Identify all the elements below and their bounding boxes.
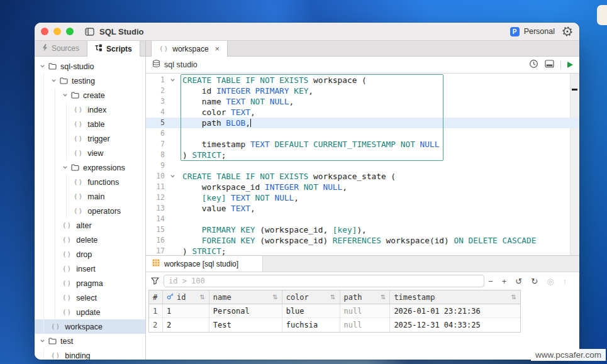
close-tab-icon[interactable]: × (215, 44, 220, 53)
fold-chevron-icon[interactable] (170, 171, 182, 182)
history-clock-icon[interactable] (529, 59, 538, 70)
tree-item-view[interactable]: ()view (35, 146, 145, 160)
zoom-window-button[interactable] (66, 28, 74, 35)
tree-item-delete[interactable]: ()delete (35, 233, 145, 247)
profile-badge[interactable]: P (510, 27, 520, 36)
sort-icon[interactable]: ⇅ (511, 294, 516, 301)
remove-row-button[interactable]: − (488, 277, 493, 285)
chevron-down-icon[interactable] (51, 78, 60, 84)
chevron-down-icon[interactable] (62, 92, 71, 98)
code-line-10[interactable]: 10CREATE TABLE IF NOT EXISTS workspace_s… (146, 171, 579, 182)
indent-guide (43, 276, 44, 290)
tree-item-testing[interactable]: testing (35, 74, 145, 88)
chevron-down-icon[interactable] (62, 165, 71, 170)
tree-item-table[interactable]: ()table (35, 117, 145, 131)
code-line-9[interactable]: 9 (146, 160, 579, 171)
results-tab[interactable]: workspace [sql studio] (146, 256, 263, 272)
eye-button[interactable]: ◎ (547, 277, 554, 285)
tree-item-main[interactable]: ()main (35, 189, 145, 204)
chevron-down-icon[interactable] (40, 338, 48, 344)
tree-item-select[interactable]: ()select (35, 290, 145, 305)
table-row[interactable]: 22Testfuchsianull2025-12-31 04:33:25 (149, 318, 520, 332)
sort-icon[interactable]: ⇅ (381, 294, 386, 301)
cell-timestamp[interactable]: 2026-01-01 23:21:36 (390, 304, 520, 317)
cell-name[interactable]: Test (209, 318, 282, 332)
minimize-window-button[interactable] (53, 28, 61, 35)
undo-button[interactable]: ↺ (515, 277, 522, 285)
cell-name[interactable]: Personal (209, 304, 282, 317)
gear-icon[interactable] (562, 26, 573, 37)
tree-item-test[interactable]: test (35, 334, 145, 348)
column-header-path[interactable]: path⇅ (340, 290, 391, 304)
tree-item-drop[interactable]: ()drop (35, 247, 145, 262)
code-line-5[interactable]: 5 path BLOB, (146, 118, 579, 128)
sidebar-toggle-icon[interactable] (85, 28, 94, 36)
cell-color[interactable]: blue (282, 304, 340, 317)
tree-item-alter[interactable]: ()alter (35, 218, 145, 233)
line-number: 2 (146, 85, 170, 96)
code-line-12[interactable]: 12 [key] TEXT NOT NULL, (146, 192, 579, 203)
column-header-timestamp[interactable]: timestamp⇅ (390, 290, 520, 304)
tree-item-sql-studio[interactable]: sql-studio (35, 59, 145, 74)
sort-icon[interactable]: ⇅ (199, 294, 204, 301)
tree-item-functions[interactable]: ()functions (35, 175, 145, 189)
parens-icon: () (74, 106, 83, 114)
connection-label[interactable]: sql studio (164, 60, 198, 69)
tree-item-create[interactable]: create (35, 88, 145, 102)
chevron-down-icon[interactable] (40, 63, 48, 69)
fold-chevron-icon[interactable] (170, 75, 182, 85)
tree-item-insert[interactable]: ()insert (35, 262, 145, 276)
cell-id[interactable]: 1 (163, 304, 209, 317)
cell-timestamp[interactable]: 2025-12-31 04:33:25 (390, 318, 520, 332)
tree-item-index[interactable]: ()index (35, 102, 145, 117)
cell-path[interactable]: null (340, 318, 391, 332)
column-header-color[interactable]: color⇅ (282, 290, 340, 304)
cell-path[interactable]: null (340, 304, 391, 317)
sort-icon[interactable]: ⇅ (272, 294, 277, 301)
cell-color[interactable]: fuchsia (282, 318, 340, 332)
code-line-6[interactable]: 6 (146, 128, 579, 139)
code-line-7[interactable]: 7 timestamp TEXT DEFAULT CURRENT_TIMESTA… (146, 139, 579, 150)
tree-item-pragma[interactable]: ()pragma (35, 276, 145, 290)
tree-item-expressions[interactable]: expressions (35, 160, 145, 175)
editor-tab-workspace[interactable]: () workspace × (151, 41, 228, 57)
code-line-8[interactable]: 8) STRICT; (146, 150, 579, 160)
code-editor[interactable]: 1CREATE TABLE IF NOT EXISTS workspace (2… (146, 74, 579, 255)
code-line-2[interactable]: 2 id INTEGER PRIMARY KEY, (146, 85, 579, 96)
column-header-rownum[interactable]: # (149, 290, 163, 304)
commit-up-button[interactable]: ↑ (563, 277, 567, 285)
code-line-13[interactable]: 13 value TEXT, (146, 203, 579, 214)
tree-item-trigger[interactable]: ()trigger (35, 131, 145, 146)
tab-scripts[interactable]: Scripts (87, 41, 140, 57)
panel-layout-icon[interactable] (545, 60, 554, 70)
tree-item-update[interactable]: ()update (35, 305, 145, 319)
fold-gutter (170, 118, 182, 128)
code-line-14[interactable]: 14 (146, 214, 579, 224)
indent-guide (43, 160, 44, 175)
close-window-button[interactable] (41, 28, 48, 35)
run-button[interactable] (567, 62, 573, 68)
filter-input[interactable] (164, 275, 484, 287)
table-row[interactable]: 11Personalbluenull2026-01-01 23:21:36 (149, 304, 520, 318)
tree-item-workspace[interactable]: ()workspace (35, 319, 145, 334)
account-label[interactable]: Personal (524, 27, 555, 36)
code-line-16[interactable]: 16 FOREIGN KEY (workspace_id) REFERENCES… (146, 235, 579, 246)
column-header-id[interactable]: id⇅ (163, 290, 209, 304)
code-line-11[interactable]: 11 workspace_id INTEGER NOT NULL, (146, 182, 579, 192)
code-line-15[interactable]: 15 PRIMARY KEY (workspace_id, [key]), (146, 224, 579, 235)
refresh-button[interactable]: ↻ (531, 277, 538, 285)
tree-item-binding[interactable]: ()binding (35, 348, 145, 360)
code-line-1[interactable]: 1CREATE TABLE IF NOT EXISTS workspace ( (146, 75, 579, 85)
code-line-4[interactable]: 4 color TEXT, (146, 107, 579, 118)
column-header-name[interactable]: name⇅ (209, 290, 282, 304)
sort-icon[interactable]: ⇅ (330, 294, 335, 301)
cell-id[interactable]: 2 (163, 318, 209, 332)
add-row-button[interactable]: + (502, 277, 507, 285)
tree-item-operators[interactable]: ()operators (35, 204, 145, 218)
tab-sources[interactable]: Sources (35, 41, 87, 56)
fold-gutter (170, 235, 182, 246)
desktop-wallpaper: SQL Studio P Personal Sources Scripts (0, 0, 607, 364)
code-line-3[interactable]: 3 name TEXT NOT NULL, (146, 96, 579, 107)
code-line-17[interactable]: 17) STRICT; (146, 246, 579, 255)
table-grid-icon (152, 259, 160, 268)
